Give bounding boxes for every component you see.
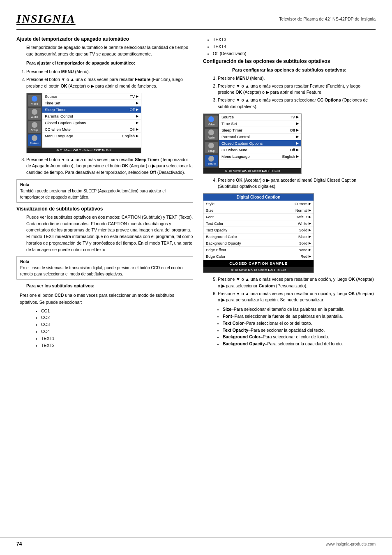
dcc-value-size: Normal ▶	[295, 208, 311, 213]
left-column: Ajuste del temporizador de apagado autom…	[16, 36, 193, 350]
menu-footer-2: ⊕ To Move OK To Select EXIT To Exit	[203, 168, 301, 173]
dcc-label-size: Size	[206, 208, 213, 213]
dcc-label-text-opacity: Text Opacity	[206, 228, 227, 232]
logo: INSIGNIA	[16, 12, 76, 25]
menu-icon-feature: Feature	[28, 134, 41, 146]
section3-steps: Presione MENU (Menú). Presione ▼ o ▲ una…	[218, 75, 376, 110]
menu-left-bar-2: Video Audio Setup Feature	[203, 114, 219, 168]
section2-bullet-intro: Presione el botón CCD una o más veces pa…	[20, 292, 193, 306]
step1-3: Presione el botón ▼ o ▲ una o más veces …	[26, 157, 193, 176]
p-text-opacity: Text Opacity–Para seleccionar la opacida…	[223, 327, 376, 334]
menu2-label-sleep: Sleep Timer	[221, 128, 242, 132]
note-box-2: Nota En el caso de sistemas de transmisi…	[16, 256, 193, 280]
menu-value-sleep: Off ▶	[130, 107, 139, 112]
feature-icon-circle	[32, 135, 37, 141]
menu2-row-timeset: Time Set ▶	[219, 120, 301, 127]
menu-row-cc-options: Closed Caption Options ▶	[42, 120, 141, 126]
section3-steps-5-6: Presione ▼ o ▲ una o más veces para resa…	[218, 276, 376, 303]
menu-arrow-timeset: ▶	[136, 101, 138, 105]
setup-label: Setup	[31, 129, 38, 132]
dcc-row-size: Size Normal ▶	[203, 207, 314, 214]
menu-row-lang: Menu Language English ▶	[42, 133, 141, 139]
page-url: www.insignia-products.com	[326, 542, 376, 546]
menu2-video-label: Video	[208, 123, 215, 126]
step3-3: Presione ▼ o ▲ una o más veces para sele…	[218, 97, 376, 110]
section1-intro: El temporizador de apagado automático le…	[26, 44, 193, 58]
p-bg-opacity: Background Opacity–Para seleccionar la o…	[223, 340, 376, 347]
section1-title: Ajuste del temporizador de apagado autom…	[16, 36, 193, 42]
dcc-label-bg-opacity: Background Opacity	[206, 241, 241, 245]
step3-1: Presione MENU (Menú).	[218, 75, 376, 82]
menu-icon-audio: Audio	[28, 108, 41, 120]
menu2-label-parental: Parental Control	[221, 134, 250, 139]
menu-label-parental: Parental Control	[45, 114, 73, 118]
personalize-list: Size–Para seleccionar el tamaño de las p…	[223, 306, 376, 347]
menu2-row-parental: Parental Control ▶	[219, 134, 301, 140]
menu-row-parental: Parental Control ▶	[42, 113, 141, 120]
menu2-value-lang: English ▶	[282, 154, 299, 159]
menu-label-cc-options: Closed Caption Options	[45, 120, 86, 125]
menu-value-cc-mute: Off ▶	[130, 127, 139, 132]
note-text-1: También puede presionar el botón SLEEP (…	[20, 189, 166, 199]
menu2-arrow-timeset: ▶	[296, 122, 299, 125]
p-bg-color: Background Color–Para seleccionar el col…	[223, 333, 376, 340]
dcc-value-bg-opacity: Solid ▶	[299, 241, 311, 245]
menu-arrow-parental: ▶	[136, 114, 138, 118]
note-title-2: Nota	[20, 259, 29, 264]
section2-subheading: Para ver los subtítulos optativos:	[26, 283, 193, 289]
menu2-row-sleep: Sleep Timer Off ▶	[219, 127, 301, 134]
menu2-row-cc-options: Closed Caption Options ▶	[219, 140, 301, 147]
video-label: Video	[31, 102, 38, 105]
dcc-sample: CLOSED CAPTION SAMPLE	[203, 260, 314, 267]
section3-subheading: Para configurar las opciones de subtítul…	[203, 67, 376, 74]
feature-label: Feature	[30, 142, 39, 145]
menu-label-cc-mute: CC when Mute	[45, 127, 71, 132]
dcc-value-font: Default ▶	[295, 215, 311, 219]
dcc-label-edge-effect: Edge Effect	[206, 247, 226, 252]
menu2-label-cc-options: Closed Caption Options	[221, 141, 263, 146]
menu2-row-lang: Menu Language English ▶	[219, 153, 301, 160]
step3-5: Presione ▼ o ▲ una o más veces para resa…	[218, 276, 376, 289]
menu2-value-source: TV ▶	[290, 115, 299, 119]
p-font: Font–Para seleccionar la fuente de las p…	[223, 313, 376, 320]
step1-1: Presione el botón MENU (Menú).	[26, 69, 193, 75]
dcc-row-font: Font Default ▶	[203, 214, 314, 220]
menu2-arrow-cc: ▶	[296, 141, 299, 145]
right-bullets-more: TEXT3 TEXT4 Off (Desactivado)	[213, 36, 376, 57]
menu-label-lang: Menu Language	[45, 134, 73, 138]
step3-2: Presione ▼ o ▲ una o más veces para resa…	[218, 83, 376, 96]
page-footer: 74 www.insignia-products.com	[0, 537, 392, 547]
dcc-label-edge-color: Edge Color	[206, 254, 226, 259]
section3-title: Configuración de las opciones de subtítu…	[203, 58, 376, 64]
menu2-feature-circle	[208, 156, 214, 162]
note-box-1: Nota También puede presionar el botón SL…	[16, 179, 193, 203]
menu-footer-1: ⊕ To Move OK To Select EXIT To Exit	[27, 148, 141, 153]
dcc-row-text-opacity: Text Opacity Solid ▶	[203, 227, 314, 234]
dcc-row-bg-color: Background Color Black ▶	[203, 234, 314, 240]
menu2-icon-feature: Feature	[205, 155, 218, 166]
section2-intro: Puede ver los subtítulos optativos en do…	[26, 214, 193, 253]
menu2-setup-label: Setup	[208, 149, 215, 152]
section1-subheading: Para ajustar el temporizador de apagado …	[26, 60, 193, 67]
bullet-text2: TEXT2	[41, 342, 193, 349]
p-size: Size–Para seleccionar el tamaño de las p…	[223, 306, 376, 313]
menu-icon-setup: Setup	[28, 121, 41, 133]
menu2-label-cc-mute: CC when Mute	[221, 148, 247, 152]
bullet-cc2: CC2	[41, 314, 193, 321]
bullet-cc3: CC3	[41, 321, 193, 328]
menu2-arrow-parental: ▶	[296, 135, 299, 139]
menu-sidebar-1: Video Audio Setup Feature	[27, 93, 141, 148]
menu2-icon-video: Video	[205, 116, 218, 127]
menu-screenshot-1: Video Audio Setup Feature	[26, 93, 141, 153]
page-number: 74	[16, 541, 22, 547]
menu-screenshot-2: Video Audio Setup Feature	[203, 113, 302, 174]
dcc-row-edge-color: Edge Color Red ▶	[203, 253, 314, 260]
dcc-value-bg-color: Black ▶	[298, 235, 311, 239]
bullet-cc1: CC1	[41, 308, 193, 314]
menu2-row-cc-mute: CC when Mute Off ▶	[219, 147, 301, 153]
dcc-row-style: Style Custom ▶	[203, 201, 314, 207]
menu-sidebar-2: Video Audio Setup Feature	[203, 114, 301, 168]
menu-row-timeset: Time Set ▶	[42, 100, 141, 106]
menu-row-sleep: Sleep Timer Off ▶	[42, 106, 141, 113]
menu2-value-cc-mute: Off ▶	[290, 148, 299, 152]
